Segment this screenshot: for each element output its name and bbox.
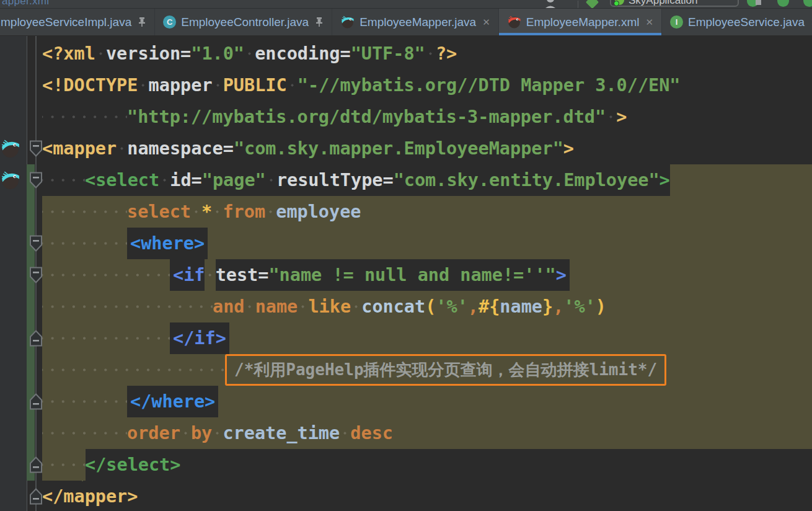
code-token: *	[201, 196, 212, 228]
profile-icon[interactable]	[803, 0, 812, 7]
mybatis-navigation-icon[interactable]	[1, 170, 20, 190]
code-token: #{	[479, 291, 500, 322]
code-line: select * from employee	[42, 196, 812, 228]
fold-marker-end[interactable]	[29, 456, 43, 473]
code-token	[180, 417, 191, 449]
close-icon[interactable]: ✕	[482, 17, 490, 27]
code-token: from	[223, 196, 265, 228]
code-token: "com.sky.entity.Employee"	[394, 164, 660, 196]
code-token: create_time	[223, 417, 340, 449]
code-token: }	[542, 291, 553, 322]
code-lines[interactable]: <?xml version="1.0" encoding="UTF-8" ?><…	[42, 36, 812, 511]
code-token: "1.0"	[191, 38, 244, 69]
code-token	[351, 291, 361, 322]
close-icon[interactable]: ✕	[645, 17, 653, 27]
code-line: and name like concat('%',#{name},'%')	[42, 291, 812, 322]
run-config-selector[interactable]: SkyApplication	[610, 0, 739, 7]
mybatis-navigation-icon[interactable]	[1, 138, 20, 159]
fold-marker-end[interactable]	[29, 330, 43, 347]
code-token: >	[660, 164, 670, 196]
code-token: >	[563, 133, 574, 164]
code-token: <!DOCTYPE	[42, 69, 138, 101]
run-config-label: SkyApplication	[629, 0, 698, 5]
tab-label: mployeeServiceImpl.java	[1, 16, 131, 29]
code-token: concat	[361, 291, 425, 322]
code-token: "UTF-8"	[351, 38, 425, 69]
user-icon[interactable]	[543, 0, 558, 9]
pin-icon[interactable]	[138, 17, 146, 27]
code-token: namespace	[127, 133, 223, 164]
code-token: "page"	[202, 164, 266, 196]
code-token: <?xml	[42, 38, 95, 69]
code-token: resultType	[276, 164, 383, 196]
vcs-change-stripe[interactable]	[27, 164, 35, 481]
code-line: <if test="name != null and name!=''">	[42, 259, 812, 291]
code-token	[266, 164, 276, 196]
code-token	[340, 417, 350, 449]
breadcrumb[interactable]: apper.xml	[2, 0, 49, 7]
tab-employeeservice-java[interactable]: I EmployeeService.java ✕	[662, 9, 812, 35]
code-token: =	[258, 259, 268, 291]
code-token	[212, 196, 223, 228]
code-token	[244, 291, 255, 322]
code-line: <select id="page" resultType="com.sky.en…	[42, 164, 812, 196]
editor-tab-bar: mployeeServiceImpl.java C EmployeeContro…	[0, 9, 812, 35]
pin-icon[interactable]	[315, 17, 324, 27]
code-token: <where>	[127, 228, 208, 259]
code-line: </where>	[42, 386, 812, 417]
code-token: =	[223, 133, 234, 164]
code-token	[95, 38, 106, 69]
code-token: =	[340, 38, 350, 69]
fold-marker-collapse[interactable]	[29, 267, 43, 283]
code-token: encoding	[255, 38, 340, 69]
code-token	[117, 133, 127, 164]
fold-marker-end[interactable]	[29, 393, 43, 410]
code-token: </if>	[170, 322, 229, 354]
tab-employeeserviceimpl-java[interactable]: mployeeServiceImpl.java	[0, 9, 155, 35]
code-token: select	[127, 196, 191, 228]
fold-marker-end[interactable]	[29, 488, 43, 505]
code-token: <mapper	[42, 133, 117, 164]
code-token	[244, 38, 255, 69]
code-editor[interactable]: <?xml version="1.0" encoding="UTF-8" ?><…	[0, 36, 812, 511]
code-token: )	[596, 291, 606, 322]
tab-employeemapper-xml[interactable]: EmployeeMapper.xml ✕	[499, 9, 662, 35]
code-token: ,	[468, 291, 479, 322]
code-token: name	[255, 291, 298, 322]
tab-employeemapper-java[interactable]: EmployeeMapper.java ✕	[332, 9, 499, 35]
code-token: test	[216, 259, 258, 291]
tab-employeecontroller-java[interactable]: C EmployeeController.java	[155, 9, 332, 35]
code-token: </where>	[127, 386, 218, 417]
code-token: '%'	[563, 291, 595, 322]
code-token: </mapper>	[42, 481, 138, 511]
code-token: ?>	[436, 38, 457, 69]
mybatis-bird-icon	[507, 15, 521, 29]
code-token: /*利用PageHelp插件实现分页查询，会自动拼接limit*/	[234, 359, 657, 381]
code-token	[287, 69, 298, 101]
spring-boot-icon	[615, 0, 624, 5]
tab-label: EmployeeController.java	[181, 16, 309, 29]
code-token	[191, 196, 201, 228]
code-token	[159, 164, 170, 196]
code-token: by	[191, 417, 212, 449]
fold-marker-collapse[interactable]	[29, 235, 43, 252]
code-line: "http://mybatis.org/dtd/mybatis-3-mapper…	[42, 101, 812, 133]
class-icon: C	[163, 16, 176, 29]
fold-marker-collapse[interactable]	[29, 140, 43, 157]
code-token: employee	[276, 196, 361, 228]
code-token	[212, 417, 223, 449]
code-token	[606, 101, 616, 133]
code-line: <!DOCTYPE mapper PUBLIC "-//mybatis.org/…	[42, 69, 812, 101]
code-line: </select>	[42, 449, 812, 481]
code-token: version	[106, 38, 180, 69]
debug-icon[interactable]	[777, 0, 789, 7]
code-token: '%'	[436, 291, 467, 322]
code-line: <where>	[42, 228, 812, 259]
code-line: <mapper namespace="com.sky.mapper.Employ…	[42, 133, 812, 164]
code-line: <?xml version="1.0" encoding="UTF-8" ?>	[42, 38, 812, 69]
fold-marker-collapse[interactable]	[29, 172, 43, 189]
tab-label: EmployeeService.java	[688, 16, 805, 29]
code-token: </select>	[85, 449, 180, 481]
run-icon[interactable]	[747, 0, 759, 7]
vcs-update-icon[interactable]	[586, 0, 599, 9]
